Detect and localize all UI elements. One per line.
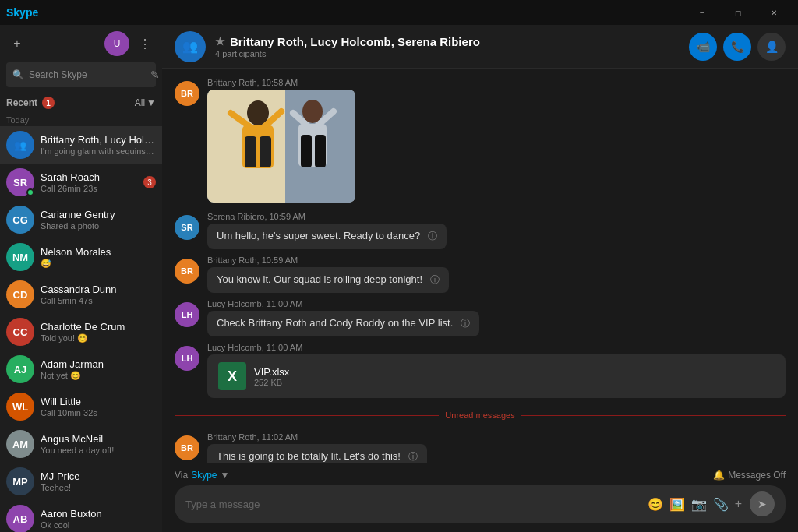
excel-file-icon: X [218,362,246,390]
list-item[interactable]: CC Charlotte De Crum Told you! 😊 [0,313,162,351]
message-bubble: Check Brittany Roth and Cody Roddy on th… [207,311,479,336]
contact-name: Adam Jarman [41,358,156,370]
messages-off-icon: 🔔 [713,470,725,481]
message-info-icon[interactable]: ⓘ [408,451,418,462]
titlebar: Skype − ◻ ✕ [0,0,798,25]
attach-btn[interactable]: 📎 [713,497,729,512]
list-item[interactable]: MP MJ Price Teehee! [0,463,162,500]
user-avatar[interactable]: U [104,31,129,56]
list-item[interactable]: AB Aaron Buxton Ok cool [0,500,162,532]
list-item[interactable]: SR Sarah Roach Call 26min 23s 3 [0,164,162,201]
unread-line-left [175,415,439,416]
svg-rect-9 [301,135,312,167]
message-avatar: SR [175,215,200,240]
contact-preview: Not yet 😊 [41,371,156,381]
contact-preview: Call 5min 47s [41,296,156,305]
grid-menu-btn[interactable]: ⋮ [134,33,156,55]
sidebar: + U ⋮ 🔍 ✎ Recent 1 All ▼ Today [0,25,162,532]
recent-header: Recent 1 All ▼ [0,93,162,112]
restore-btn[interactable]: ◻ [720,0,756,25]
message-avatar: BR [175,81,200,106]
list-item[interactable]: AM Angus McNeil You need a day off! [0,425,162,463]
group-avatar-icon: 👥 [182,39,198,54]
recent-label: Recent [6,97,37,108]
via-skype-label: Skype [191,470,217,481]
chat-header-info: ★ Brittany Roth, Lucy Holcomb, Serena Ri… [215,35,680,58]
image-btn[interactable]: 🖼️ [669,497,685,512]
contact-avatar: CG [6,206,34,234]
svg-rect-10 [315,135,326,167]
message-content: Lucy Holcomb, 11:00 AM Check Brittany Ro… [207,299,786,336]
message-avatar: BR [175,435,200,460]
more-options-btn[interactable]: 👤 [757,33,786,61]
message-avatar: LH [175,302,200,327]
message-meta: Brittany Roth, 11:02 AM [207,432,786,442]
contact-preview: Call 10min 32s [41,408,156,417]
message-meta: Lucy Holcomb, 11:00 AM [207,343,786,352]
status-dot [26,188,34,196]
message-input-box: 😊 🖼️ 📷 📎 + ➤ [175,485,786,523]
emoji-btn[interactable]: 😊 [648,497,663,512]
chat-header-actions: 📹 📞 👤 [689,33,786,61]
contact-info: Angus McNeil You need a day off! [41,433,156,455]
message-group: LH Lucy Holcomb, 11:00 AM Check Brittany… [175,299,786,336]
more-input-btn[interactable]: + [735,497,742,511]
send-button[interactable]: ➤ [750,491,775,516]
contact-avatar: 👥 [6,131,34,159]
new-chat-btn[interactable]: + [6,33,28,55]
message-content: Brittany Roth, 11:02 AM This is going to… [207,432,786,463]
video-msg-btn[interactable]: 📷 [691,497,707,512]
contact-name: Nelson Morales [41,246,156,258]
file-info: VIP.xlsx 252 KB [254,366,289,387]
list-item[interactable]: NM Nelson Morales 😅 [0,238,162,276]
contact-name: Sarah Roach [41,171,137,183]
star-icon[interactable]: ★ [215,35,225,48]
message-image [207,90,355,203]
svg-rect-6 [260,136,271,167]
contact-avatar: AJ [6,355,34,383]
message-bubble: This is going to be totally lit. Let's d… [207,444,427,463]
sidebar-header: + U ⋮ [0,25,162,62]
contact-avatar: NM [6,243,34,271]
message-input[interactable] [185,499,640,510]
list-item[interactable]: WL Will Little Call 10min 32s [0,388,162,425]
list-item[interactable]: AJ Adam Jarman Not yet 😊 [0,351,162,388]
list-item[interactable]: CG Carianne Gentry Shared a photo [0,201,162,238]
minimize-btn[interactable]: − [684,0,720,25]
voice-call-btn[interactable]: 📞 [723,33,751,61]
file-size: 252 KB [254,378,289,387]
message-info-icon[interactable]: ⓘ [430,274,440,285]
close-btn[interactable]: ✕ [756,0,792,25]
list-item[interactable]: CD Cassandra Dunn Call 5min 47s [0,276,162,313]
contact-preview: 😅 [41,259,156,269]
message-meta: Lucy Holcomb, 11:00 AM [207,299,786,308]
chat-area: 👥 ★ Brittany Roth, Lucy Holcomb, Serena … [162,25,798,532]
all-filter-btn[interactable]: All ▼ [135,97,156,108]
via-selector[interactable]: Via Skype ▼ [175,470,229,481]
contact-list: 👥 Brittany Roth, Lucy Holcomb, S... I'm … [0,126,162,532]
file-message[interactable]: X VIP.xlsx 252 KB [207,354,786,398]
message-content: Lucy Holcomb, 11:00 AM X VIP.xlsx 252 KB [207,343,786,398]
contact-info: Sarah Roach Call 26min 23s [41,171,137,193]
message-info-icon[interactable]: ⓘ [461,318,470,329]
phone-icon: 📞 [731,41,744,53]
app-logo: Skype [6,6,38,19]
message-content: Brittany Roth, 10:59 AM You know it. Our… [207,255,786,293]
video-call-btn[interactable]: 📹 [689,33,717,61]
unread-line-right [521,415,786,416]
recent-badge: 1 [42,97,55,109]
search-input[interactable] [29,69,146,80]
compose-icon[interactable]: ✎ [150,65,160,84]
message-group: SR Serena Ribiero, 10:59 AM Um hello, he… [175,212,786,249]
more-icon: 👤 [765,41,779,53]
messages-off-indicator: 🔔 Messages Off [713,470,786,481]
contact-preview: You need a day off! [41,446,156,455]
via-chevron-icon: ▼ [221,470,230,481]
file-name: VIP.xlsx [254,366,289,378]
contact-info: MJ Price Teehee! [41,470,156,492]
contact-avatar: WL [6,393,34,421]
contact-name: Charlotte De Crum [41,321,156,333]
list-item[interactable]: 👥 Brittany Roth, Lucy Holcomb, S... I'm … [0,126,162,164]
message-info-icon[interactable]: ⓘ [428,231,437,241]
input-area: Via Skype ▼ 🔔 Messages Off 😊 🖼️ 📷 📎 + [162,463,798,532]
